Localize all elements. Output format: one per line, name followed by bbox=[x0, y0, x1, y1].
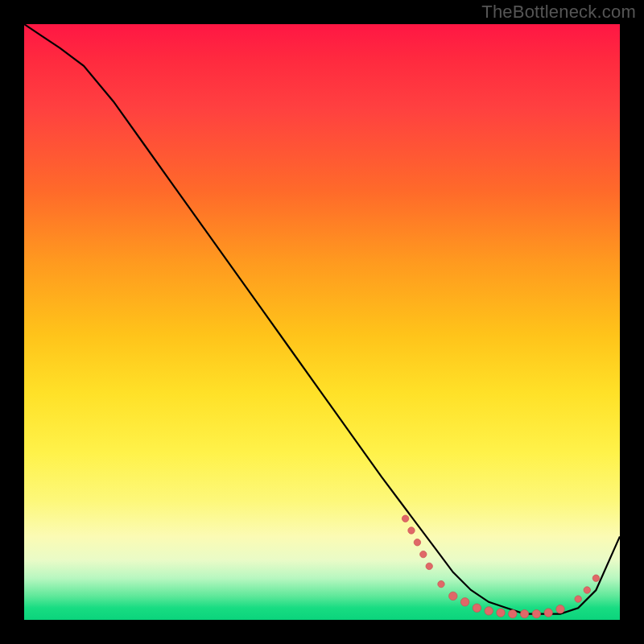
marker-point bbox=[408, 527, 415, 534]
marker-point bbox=[485, 607, 493, 615]
marker-point bbox=[575, 596, 581, 602]
chart-overlay bbox=[24, 24, 620, 620]
marker-point bbox=[414, 539, 420, 546]
bottleneck-curve bbox=[24, 24, 620, 614]
highlight-markers bbox=[402, 515, 599, 618]
watermark-text: TheBottleneck.com bbox=[481, 2, 636, 23]
chart-frame: TheBottleneck.com bbox=[0, 0, 644, 644]
marker-point bbox=[532, 609, 540, 617]
marker-point bbox=[402, 515, 408, 522]
marker-point bbox=[556, 605, 564, 613]
marker-point bbox=[473, 604, 481, 612]
marker-point bbox=[438, 580, 444, 587]
marker-point bbox=[584, 587, 590, 593]
marker-point bbox=[520, 609, 528, 617]
marker-point bbox=[460, 598, 469, 606]
marker-point bbox=[592, 575, 599, 581]
marker-point bbox=[449, 592, 457, 600]
marker-point bbox=[426, 563, 432, 569]
marker-point bbox=[420, 551, 427, 557]
plot-area bbox=[24, 24, 620, 620]
marker-point bbox=[509, 609, 517, 617]
marker-point bbox=[544, 609, 552, 617]
marker-point bbox=[497, 609, 505, 617]
